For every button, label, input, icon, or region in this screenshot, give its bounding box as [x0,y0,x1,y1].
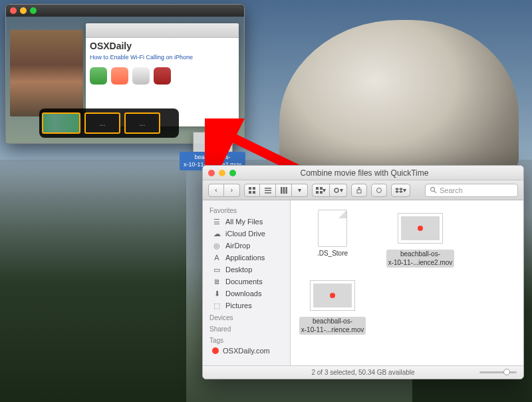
column-view-button[interactable] [276,184,292,197]
svg-rect-1 [249,187,251,190]
svg-rect-8 [281,187,283,194]
sidebar-item-downloads[interactable]: ⬇Downloads [203,288,290,300]
quicktime-titlebar[interactable] [6,5,244,17]
svg-rect-13 [316,191,319,194]
file-label: beachball-os- x-10-11-...ience2.mov [386,250,455,268]
status-text: 2 of 3 selected, 50.34 GB available [311,369,414,376]
airdrop-icon: ◎ [212,241,221,250]
quicktime-timeline[interactable]: ... ... [39,108,179,138]
svg-rect-12 [320,187,323,190]
sidebar-header-devices: Devices [203,311,290,323]
close-icon[interactable] [10,7,17,14]
file-label: .DS_Store [317,250,348,258]
tags-button[interactable] [371,184,387,197]
finder-statusbar: 2 of 3 selected, 50.34 GB available [203,365,523,379]
finder-content[interactable]: .DS_Store beachball-os- x-10-11-...ience… [291,200,523,365]
finder-titlebar[interactable]: Combine movie files with QuickTime [203,166,523,180]
grid-icon [249,187,255,194]
coverflow-view-button[interactable]: ▾ [292,184,308,197]
svg-point-17 [377,188,382,192]
dropbox-button[interactable]: ▾ [391,184,410,197]
osxdaily-logo: OSXDaily [90,41,235,51]
article-headline: How to Enable Wi-Fi Calling on iPhone [90,54,235,61]
downloads-icon: ⬇ [212,289,221,298]
action-button[interactable]: ▾ [330,184,347,197]
finder-window[interactable]: Combine movie files with QuickTime ‹ › ▾… [202,165,524,379]
arrange-button[interactable]: ▾ [312,184,330,197]
svg-rect-3 [249,191,251,194]
app-icon [111,67,128,85]
file-label: beachball-os- x-10-11-...rience.mov [299,317,366,335]
svg-point-15 [334,188,338,192]
svg-rect-11 [316,187,319,190]
back-button[interactable]: ‹ [208,184,224,197]
timeline-drop-slot[interactable]: ... [124,112,160,134]
gear-icon [333,187,340,194]
pictures-icon: ⬚ [212,301,221,310]
sidebar-item-desktop[interactable]: ▭Desktop [203,264,290,276]
svg-rect-2 [253,187,255,190]
quicktime-content: OSXDaily How to Enable Wi-Fi Calling on … [6,17,244,143]
sidebar-header-tags: Tags [203,334,290,345]
document-icon [318,210,347,247]
movie-icon [310,280,355,311]
quicktime-window[interactable]: OSXDaily How to Enable Wi-Fi Calling on … [5,4,245,144]
desktop-icon: ▭ [212,265,221,274]
app-icon [154,67,171,85]
file-ds-store[interactable]: .DS_Store [296,210,369,268]
movie-icon [398,213,443,244]
sidebar-item-airdrop[interactable]: ◎AirDrop [203,240,290,252]
zoom-icon[interactable] [30,7,37,14]
list-view-button[interactable] [260,184,276,197]
svg-line-19 [434,191,436,193]
svg-rect-5 [265,188,271,189]
documents-icon: 🗎 [212,277,221,286]
finder-sidebar: Favorites ☰All My Files ☁iCloud Drive ◎A… [203,200,291,365]
arrange-icon [316,187,323,194]
sidebar-tag-osxdaily[interactable]: OSXDaily.com [203,345,290,356]
forward-button[interactable]: › [224,184,240,197]
sidebar-item-icloud[interactable]: ☁iCloud Drive [203,228,290,240]
search-placeholder: Search [440,186,463,194]
search-icon [430,186,437,194]
icon-size-slider[interactable] [479,371,517,373]
share-icon [356,187,362,194]
sidebar-item-applications[interactable]: AApplications [203,252,290,264]
sidebar-header-favorites: Favorites [203,204,290,216]
all-files-icon: ☰ [212,217,221,226]
red-tag-icon [212,347,219,354]
search-input[interactable]: Search [425,184,518,197]
icon-view-button[interactable] [244,184,260,197]
nav-buttons: ‹ › [208,184,240,197]
svg-point-18 [431,188,435,192]
tag-icon [376,187,382,194]
svg-rect-14 [320,191,323,194]
svg-rect-6 [265,190,271,191]
finder-toolbar: ‹ › ▾ ▾ ▾ [203,180,523,200]
app-icon [90,67,107,85]
finder-title: Combine movie files with QuickTime [211,168,518,178]
share-button[interactable] [351,184,367,197]
minimize-icon[interactable] [20,7,27,14]
view-buttons: ▾ [244,184,308,197]
file-movie-1[interactable]: beachball-os- x-10-11-...ience2.mov [384,210,457,268]
sidebar-header-shared: Shared [203,323,290,334]
sidebar-item-documents[interactable]: 🗎Documents [203,276,290,288]
columns-icon [281,187,287,194]
dropbox-icon [395,187,403,194]
timeline-clip[interactable] [42,112,80,134]
sidebar-item-pictures[interactable]: ⬚Pictures [203,300,290,311]
sidebar-item-all-my-files[interactable]: ☰All My Files [203,216,290,228]
list-icon [265,187,271,194]
cloud-icon: ☁ [212,229,221,238]
svg-rect-9 [283,187,285,194]
app-icon [132,67,150,85]
applications-icon: A [212,253,221,262]
video-frame-canyon [10,30,83,116]
svg-rect-4 [253,191,255,194]
file-movie-2[interactable]: beachball-os- x-10-11-...rience.mov [296,277,369,335]
timeline-drop-slot[interactable]: ... [84,112,120,134]
svg-rect-10 [285,187,287,194]
svg-rect-7 [265,192,271,194]
